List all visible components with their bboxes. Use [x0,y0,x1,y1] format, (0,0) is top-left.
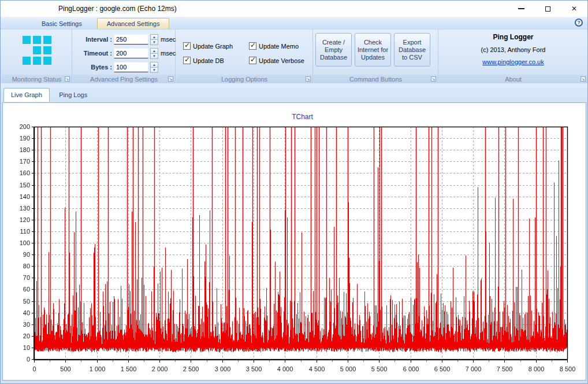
group-command-buttons: Create / Empty Database Check Internet f… [314,29,438,83]
group-caption-command-buttons: Command Buttons [349,76,402,83]
app-window: PingLogger : google.com (Echo 12ms) ✕ Ba… [0,0,588,384]
minimize-icon [518,8,524,9]
pinglogger-website-link[interactable]: www.pinglogger.co.uk [482,58,544,65]
checkbox-update-db[interactable]: ✓ Update DB [183,57,248,64]
timeout-label: Timeout : [75,50,112,57]
spin-up-icon[interactable]: ▲ [150,62,158,68]
interval-stepper[interactable]: ▲ ▼ [150,34,158,45]
check-internet-updates-button[interactable]: Check Internet for Updates [355,33,391,67]
ribbon: Monitoring Status ↘ Interval : ▲ ▼ msecs… [1,29,587,83]
group-caption-advanced-ping-settings: Advanced Ping Settings [90,76,158,83]
group-monitoring-status: Monitoring Status ↘ [2,29,72,83]
dialog-launcher-icon[interactable]: ↘ [580,76,586,82]
dialog-launcher-icon[interactable]: ↘ [168,76,173,82]
status-square [23,36,31,44]
bytes-stepper[interactable]: ▲ ▼ [150,62,158,73]
status-square-empty [23,46,31,54]
checkbox-update-verbose[interactable]: ✓ Update Verbose [249,57,304,64]
checkbox-icon: ✓ [183,42,191,50]
status-square [33,36,41,44]
status-square [43,46,51,54]
spin-down-icon[interactable]: ▼ [150,54,158,59]
group-caption-about: About [505,76,522,83]
titlebar: PingLogger : google.com (Echo 12ms) ✕ [1,1,587,17]
status-square [33,46,41,54]
create-empty-database-button[interactable]: Create / Empty Database [315,33,352,67]
timeout-input[interactable] [114,48,148,58]
help-icon[interactable]: ? [575,19,583,27]
group-advanced-ping-settings: Interval : ▲ ▼ msecs Timeout : ▲ ▼ msecs… [73,29,176,83]
export-database-csv-button[interactable]: Export Database to CSV [394,33,430,67]
tab-live-graph[interactable]: Live Graph [3,88,50,102]
about-copyright: (c) 2013, Anthony Ford [439,46,587,53]
monitoring-status-grid-icon [23,36,51,65]
page-tab-strip: Live Graph Ping Logs [1,83,587,102]
checkbox-update-memo[interactable]: ✓ Update Memo [249,42,304,50]
status-square [33,57,41,65]
status-square [43,36,51,44]
bytes-input[interactable] [114,62,148,72]
tab-ping-logs[interactable]: Ping Logs [52,88,94,102]
group-caption-logging-options: Logging Options [221,76,267,83]
spin-down-icon[interactable]: ▼ [150,40,158,45]
group-about: Ping Logger (c) 2013, Anthony Ford www.p… [439,29,587,83]
interval-label: Interval : [75,36,112,43]
interval-input[interactable] [114,34,148,45]
about-app-name: Ping Logger [439,33,587,41]
window-title: PingLogger : google.com (Echo 12ms) [58,1,177,17]
status-square [43,57,51,65]
checkbox-update-graph[interactable]: ✓ Update Graph [183,42,248,50]
group-caption-monitoring-status: Monitoring Status [12,76,62,83]
ribbon-tab-advanced-settings[interactable]: Advanced Settings [97,18,170,29]
maximize-button[interactable] [534,1,561,17]
checkbox-icon: ✓ [249,57,256,64]
group-logging-options: ✓ Update Graph ✓ Update Memo ✓ Update DB… [176,29,313,83]
spin-up-icon[interactable]: ▲ [150,34,158,40]
dialog-launcher-icon[interactable]: ↘ [65,76,70,82]
timeout-stepper[interactable]: ▲ ▼ [150,48,158,59]
close-icon: ✕ [571,5,577,12]
minimize-button[interactable] [508,1,534,17]
checkbox-icon: ✓ [183,57,191,64]
checkbox-icon: ✓ [249,42,256,50]
ping-chart-canvas[interactable] [3,119,584,378]
spin-down-icon[interactable]: ▼ [150,68,158,73]
close-button[interactable]: ✕ [561,1,587,17]
maximize-icon [545,6,550,12]
live-graph-panel: TChart [2,102,586,381]
dialog-launcher-icon[interactable]: ↘ [306,76,311,82]
ribbon-tab-basic-settings[interactable]: Basic Settings [32,19,91,29]
spin-up-icon[interactable]: ▲ [150,48,158,54]
dialog-launcher-icon[interactable]: ↘ [431,76,436,82]
ribbon-tab-strip: Basic Settings Advanced Settings ? [1,17,587,29]
bytes-label: Bytes : [75,64,112,71]
status-square [23,57,31,65]
